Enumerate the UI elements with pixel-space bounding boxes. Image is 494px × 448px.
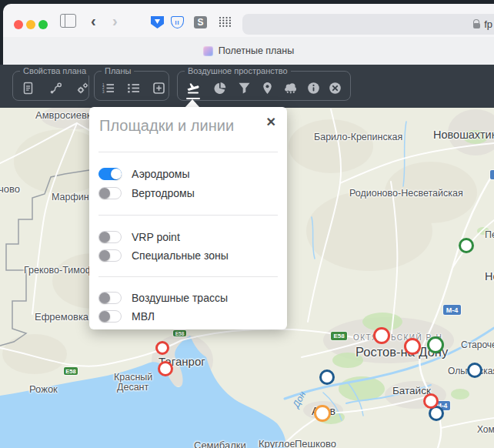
toggle-label: Аэродромы: [132, 168, 189, 180]
location-pin-icon: [261, 82, 274, 95]
plus-square-icon: [152, 82, 165, 95]
popup-close-button[interactable]: ✕: [265, 115, 278, 130]
map-label-rozhok: Рожок: [29, 383, 58, 395]
app-toolbar: Свойства плана Планы 123 Воздушное прост…: [0, 65, 494, 108]
airspace-sectors-button[interactable]: [210, 79, 229, 97]
map-label-krugloe: Круглое: [259, 438, 295, 448]
plane-landing-icon: [186, 82, 200, 95]
toolbar-group-airspace: Воздушное пространство: [177, 71, 351, 101]
cloud-cluster-icon: [283, 82, 298, 95]
plan-route-button[interactable]: [46, 79, 65, 97]
numbered-list-icon: 123: [102, 82, 115, 95]
road-badge-edge-fragment: [490, 170, 494, 179]
toggle-knob: [99, 232, 110, 242]
toolbar-group-plans-label: Планы: [102, 66, 134, 75]
toolbar-group-airspace-label: Воздушное пространство: [185, 66, 291, 75]
map-label-fragment-chovo: чово: [0, 183, 20, 195]
map-marker-aerodrome-orange-azov[interactable]: [314, 405, 331, 422]
toggle-knob: [99, 311, 110, 322]
aerodromes-toggle[interactable]: [98, 168, 122, 180]
route-icon: [49, 82, 62, 95]
divider: [98, 276, 278, 277]
road-badge-e58-west: Е58: [64, 367, 78, 375]
toggle-knob: [111, 169, 122, 179]
toggle-label: Воздушные трассы: [132, 292, 228, 304]
toggle-knob: [99, 293, 110, 303]
layers-popup: Площадки и линии ✕ Аэродромы Вертодромы …: [89, 107, 287, 329]
toolbar-group-plans: Планы 123: [94, 71, 169, 101]
map-label-fragment-pe: Пе: [485, 229, 494, 240]
add-plan-button[interactable]: [149, 79, 168, 97]
toolbar-group-plan-properties-label: Свойства плана: [20, 66, 89, 75]
plan-document-button[interactable]: [18, 79, 37, 97]
numbered-list-button[interactable]: 123: [98, 79, 117, 97]
map-label-fragment-khom: Хом: [477, 424, 494, 435]
map-label-amvrosievka: Амвросиевка: [35, 109, 97, 121]
road-badge-e58-center: Е58: [173, 330, 186, 336]
document-icon: [22, 82, 35, 95]
vrp-point-toggle[interactable]: [98, 231, 122, 243]
close-circle-icon: [329, 82, 342, 95]
mvl-toggle[interactable]: [98, 310, 122, 323]
divider: [98, 152, 278, 152]
toggle-knob: [99, 250, 110, 261]
map-label-krasny: Красный: [114, 372, 152, 383]
pie-chart-icon: [213, 82, 226, 95]
toggle-row-vrp-point: VRP point: [98, 230, 180, 243]
map-marker-aerodrome-navy-delta[interactable]: [319, 369, 335, 385]
divider: [98, 215, 278, 216]
plan-settings-button[interactable]: [73, 79, 92, 97]
gears-icon: [76, 82, 89, 95]
toggle-row-airways: Воздушные трассы: [98, 291, 228, 304]
info-icon: [307, 82, 320, 95]
map-marker-aerodrome-red-taganrog-s[interactable]: [158, 361, 173, 376]
special-zones-toggle[interactable]: [98, 249, 122, 262]
heliports-toggle[interactable]: [98, 187, 122, 199]
airways-toggle[interactable]: [98, 292, 122, 304]
info-button[interactable]: [304, 79, 322, 97]
cluster-layer-button[interactable]: [281, 79, 299, 97]
map-marker-aerodrome-red-bataysk[interactable]: [423, 393, 439, 409]
filter-icon: [238, 82, 251, 95]
popup-title: Площадки и линии: [99, 117, 234, 135]
toggle-label: Вертодромы: [132, 187, 195, 199]
filter-button[interactable]: [235, 79, 253, 97]
toolbar-group-plan-properties: Свойства плана: [12, 71, 89, 101]
map-marker-aerodrome-red-rostov-w[interactable]: [373, 327, 390, 344]
svg-text:3: 3: [102, 89, 105, 93]
map-marker-aerodrome-navy-olginskaya[interactable]: [467, 363, 482, 378]
bullet-list-button[interactable]: [124, 79, 142, 97]
map-label-desant: Десант: [117, 382, 149, 393]
road-badge-e58-oktyabrsky: Е58: [331, 332, 347, 340]
toggle-row-aerodromes: Аэродромы: [98, 167, 189, 180]
aerodromes-layers-button[interactable]: [184, 79, 202, 97]
map-label-efremovka: Ефремовка: [35, 311, 88, 323]
map-label-semibalki: Семибалки: [194, 440, 246, 448]
map-label-barilo-krepinskaya: Барило-Крепинская: [314, 132, 402, 142]
toggle-label: VRP point: [132, 231, 180, 243]
road-badge-m4-north: М-4: [443, 305, 461, 315]
toggle-row-heliports: Вертодромы: [98, 186, 195, 199]
map-label-novoshakhtinsk: Новошахтинск: [433, 129, 494, 141]
map-marker-aerodrome-green-north[interactable]: [459, 238, 474, 253]
location-pin-button[interactable]: [258, 79, 276, 97]
map-marker-aerodrome-red-taganrog-n[interactable]: [155, 341, 169, 355]
map-label-peshkovo: Пешково: [295, 438, 336, 448]
close-layers-button[interactable]: [325, 79, 344, 97]
map-label-starocherkasskaya: Староче: [461, 339, 494, 350]
toggle-knob: [99, 188, 110, 199]
map-label-rodionovo-nesvetayskaya: Родионово-Несветайская: [349, 188, 463, 199]
toggle-row-special-zones: Специальные зоны: [98, 249, 229, 262]
map-marker-aerodrome-red-rostov-c[interactable]: [404, 338, 421, 355]
bullet-list-icon: [127, 82, 140, 95]
toggle-label: Специальные зоны: [132, 249, 229, 262]
map-label-fragment-no: Но: [485, 270, 494, 283]
toggle-row-mvl: МВЛ: [98, 309, 155, 323]
toggle-label: МВЛ: [132, 310, 155, 323]
map-marker-aerodrome-green-rostov-e[interactable]: [427, 336, 444, 353]
